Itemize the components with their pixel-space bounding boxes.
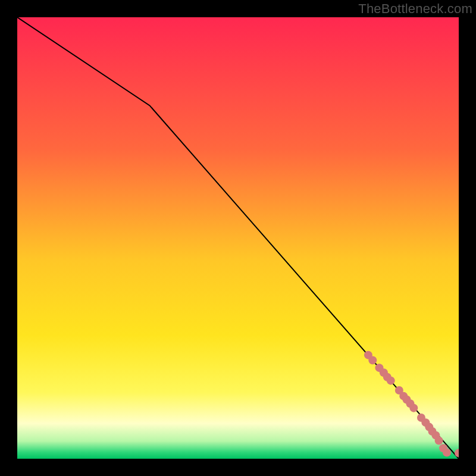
marker-point (443, 449, 451, 457)
gradient-background (17, 17, 459, 459)
marker-point (409, 404, 418, 412)
marker-point (435, 437, 443, 445)
chart-stage: TheBottleneck.com (0, 0, 476, 476)
marker-point (387, 377, 395, 385)
watermark-text: TheBottleneck.com (358, 1, 472, 17)
plot-area (17, 17, 459, 459)
chart-svg (17, 17, 459, 459)
marker-point (368, 356, 377, 365)
